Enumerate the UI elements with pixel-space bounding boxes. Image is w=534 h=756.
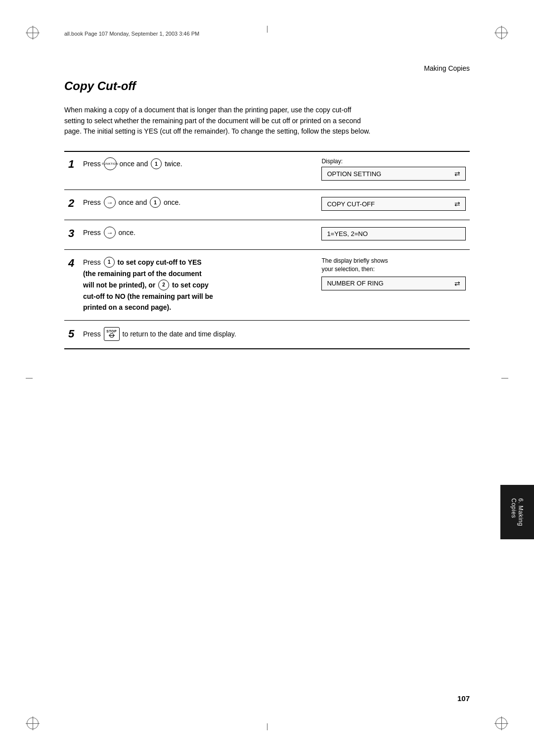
- step-5-left: 5 Press STOP to return to the date and t…: [64, 320, 315, 349]
- stop-icon: [107, 333, 116, 338]
- step-5-number: 5: [68, 328, 82, 340]
- step-2-once-and: once and: [119, 198, 149, 206]
- button-1-icon: 1: [151, 158, 162, 169]
- tick-right: [501, 378, 508, 378]
- step-3-number: 3: [68, 227, 82, 240]
- step-4-display-value: NUMBER OF RING: [327, 280, 383, 287]
- step-1-right: Display: OPTION SETTING ⇄: [315, 151, 470, 190]
- reg-mark-tr: [494, 26, 508, 40]
- arrow-button-3: →: [104, 227, 116, 238]
- display-label: Display:: [321, 158, 466, 165]
- step-1-press-label: Press: [83, 160, 103, 168]
- step-3-press-label: Press: [83, 229, 103, 236]
- step-1-body: Press FUNKTION once and 1 twice.: [83, 158, 310, 171]
- step-2-arrow: ⇄: [454, 200, 460, 208]
- step-1-left: 1 Press FUNKTION once and 1 twice.: [64, 151, 315, 190]
- step-3-body: Press → once.: [83, 227, 310, 239]
- step-1-twice: twice.: [165, 160, 182, 168]
- step-4-left: 4 Press 1 to set copy cut-off to YES(the…: [64, 250, 315, 321]
- funktion-button: FUNKTION: [104, 157, 117, 170]
- step-1-once-and: once and: [120, 160, 150, 168]
- step-3-display-value: 1=YES, 2=NO: [327, 230, 367, 237]
- step-2-right: COPY CUT-OFF ⇄: [315, 190, 470, 220]
- step-5-row: 5 Press STOP to return to the date and t…: [64, 320, 470, 349]
- tick-top: [267, 26, 267, 33]
- step-5-press-label: Press: [83, 330, 103, 338]
- reg-mark-bl: [26, 716, 40, 730]
- step-3-row: 3 Press → once. 1=YES, 2=NO: [64, 220, 470, 250]
- step-5-return-text: to return to the date and time display.: [123, 330, 236, 338]
- step-4-press-label: Press: [83, 258, 103, 266]
- step-2-row: 2 Press → once and 1 once. COPY CUT-OFF …: [64, 190, 470, 220]
- step-3-display: 1=YES, 2=NO: [321, 227, 466, 240]
- steps-table: 1 Press FUNKTION once and 1 twice. Displ…: [64, 151, 470, 349]
- button-1-icon-4: 1: [104, 257, 115, 268]
- tick-bottom: [267, 723, 267, 730]
- button-2-icon-4: 2: [158, 280, 169, 290]
- step-1-display-value: OPTION SETTING: [327, 170, 381, 178]
- step-2-body: Press → once and 1 once.: [83, 197, 310, 209]
- step-5-right: [315, 320, 470, 349]
- step-2-once: once.: [164, 198, 180, 206]
- step-3-once: once.: [119, 229, 135, 236]
- step-4-right: The display briefly showsyour selection,…: [315, 250, 470, 321]
- step-2-display: COPY CUT-OFF ⇄: [321, 197, 466, 211]
- step-4-body: Press 1 to set copy cut-off to YES(the r…: [83, 257, 310, 313]
- intro-paragraph: When making a copy of a document that is…: [64, 105, 371, 137]
- step-3-right: 1=YES, 2=NO: [315, 220, 470, 250]
- step-4-row: 4 Press 1 to set copy cut-off to YES(the…: [64, 250, 470, 321]
- tick-left: [26, 378, 33, 378]
- page-title: Copy Cut-off: [64, 79, 470, 93]
- reg-mark-tl: [26, 26, 40, 40]
- step-1-row: 1 Press FUNKTION once and 1 twice. Displ…: [64, 151, 470, 190]
- stop-button: STOP: [104, 327, 120, 341]
- step-4-arrow: ⇄: [454, 280, 460, 287]
- step-1-arrow: ⇄: [454, 170, 460, 178]
- section-header: Making Copies: [424, 64, 470, 72]
- step-2-press-label: Press: [83, 198, 103, 206]
- step-2-number: 2: [68, 197, 82, 210]
- step-3-left: 3 Press → once.: [64, 220, 315, 250]
- arrow-button-2: →: [104, 196, 116, 208]
- step-5-body: Press STOP to return to the date and tim…: [83, 328, 310, 341]
- step-1-number: 1: [68, 158, 82, 171]
- step-2-left: 2 Press → once and 1 once.: [64, 190, 315, 220]
- button-1-icon-2: 1: [150, 197, 161, 208]
- step-4-display: NUMBER OF RING ⇄: [321, 277, 466, 290]
- step-4-display-note: The display briefly showsyour selection,…: [321, 257, 466, 274]
- main-content: Copy Cut-off When making a copy of a doc…: [64, 79, 470, 707]
- section-tab: 6. MakingCopies: [500, 485, 534, 539]
- step-2-display-value: COPY CUT-OFF: [327, 200, 375, 208]
- step-4-number: 4: [68, 257, 82, 270]
- reg-mark-br: [494, 716, 508, 730]
- step-1-display: OPTION SETTING ⇄: [321, 167, 466, 181]
- file-info: all.book Page 107 Monday, September 1, 2…: [64, 31, 199, 37]
